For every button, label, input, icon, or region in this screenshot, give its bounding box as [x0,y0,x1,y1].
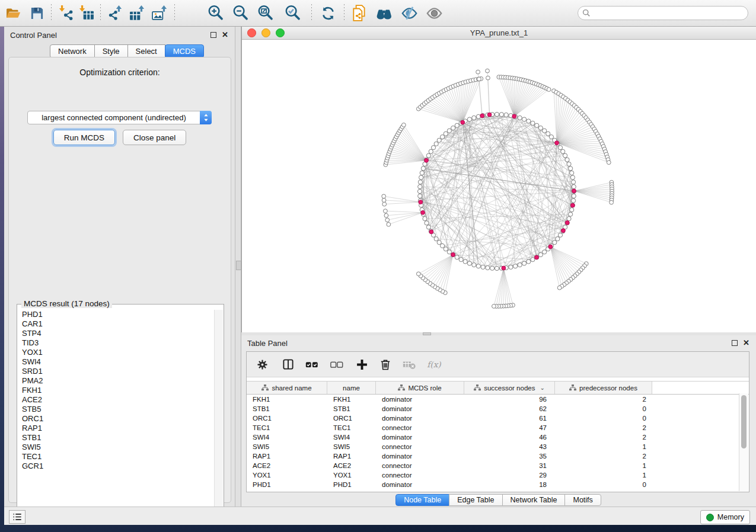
network-node[interactable] [558,233,562,237]
network-node[interactable] [504,113,508,117]
column-header-shared-name[interactable]: shared name [247,382,327,394]
show-all-button[interactable] [424,3,444,23]
network-node[interactable] [486,265,490,270]
delete-column-button[interactable] [378,357,393,372]
create-column-button[interactable] [354,357,369,372]
network-node[interactable] [444,132,448,136]
mcds-dominator-node[interactable] [512,114,516,118]
network-node[interactable] [570,175,575,180]
network-node[interactable] [426,225,430,229]
network-node[interactable] [459,258,463,262]
network-node[interactable] [467,117,471,121]
network-node[interactable] [440,243,444,248]
network-node[interactable] [527,259,531,264]
mcds-list-scrollbar[interactable] [214,310,223,522]
network-leaf-node[interactable] [382,194,386,198]
mcds-result-item[interactable]: STP4 [18,329,215,338]
graph-nodes[interactable] [382,69,614,308]
network-node[interactable] [417,189,422,193]
network-node[interactable] [543,250,547,254]
mcds-result-item[interactable]: GCR1 [18,462,215,471]
network-leaf-node[interactable] [382,198,386,203]
network-node[interactable] [571,180,575,184]
column-header-successor-nodes[interactable]: successor nodes⌄ [464,382,555,394]
mcds-result-item[interactable]: YOX1 [18,348,215,357]
network-window-titlebar[interactable]: YPA_prune.txt_1 [242,27,756,40]
mcds-result-item[interactable]: CAR1 [18,319,215,329]
network-leaf-node[interactable] [477,77,481,81]
column-header-predecessor-nodes[interactable]: predecessor nodes [555,382,652,394]
network-node[interactable] [476,264,480,268]
export-network-button[interactable] [105,3,125,23]
first-neighbors-button[interactable] [374,3,394,23]
tab-motifs[interactable]: Motifs [564,494,601,506]
run-mcds-button[interactable]: Run MCDS [53,130,115,145]
show-column-panel-button[interactable] [280,357,296,372]
close-table-panel-button[interactable]: ✕ [742,339,750,347]
tab-style[interactable]: Style [94,44,128,58]
network-node[interactable] [444,247,448,251]
splitter-handle[interactable] [236,261,241,270]
network-node[interactable] [546,132,550,136]
network-node[interactable] [437,241,441,245]
table-row[interactable]: FKH1FKH1dominator962 [247,395,749,404]
mcds-dominator-node[interactable] [429,230,433,234]
network-node[interactable] [513,264,518,268]
network-leaf-node[interactable] [416,272,420,276]
network-node[interactable] [467,261,471,265]
network-node[interactable] [463,259,467,264]
mcds-result-list[interactable]: PHD1CAR1STP4TID3YOX1SWI4SRD1PMA2FKH1ACE2… [18,310,215,522]
table-row[interactable]: TEC1TEC1connector472 [247,423,749,432]
mcds-dominator-node[interactable] [572,189,576,193]
mcds-dominator-node[interactable] [461,120,465,124]
network-node[interactable] [569,212,573,216]
network-leaf-node[interactable] [486,76,490,80]
select-all-rows-button[interactable] [304,357,320,372]
mcds-result-item[interactable]: SRD1 [18,367,215,376]
column-header-name[interactable]: name [327,382,376,394]
mcds-result-item[interactable]: FKH1 [18,386,215,395]
network-leaf-node[interactable] [547,88,551,92]
network-node[interactable] [563,153,567,158]
mcds-result-item[interactable]: TID3 [18,338,215,348]
mcds-result-item[interactable]: PHD1 [18,310,215,319]
mcds-dominator-node[interactable] [565,220,569,225]
network-node[interactable] [538,252,543,257]
tab-node-table[interactable]: Node Table [395,494,449,506]
mcds-dominator-node[interactable] [425,158,429,162]
mcds-dominator-node[interactable] [421,210,425,214]
mcds-dominator-node[interactable] [548,245,553,249]
network-leaf-node[interactable] [476,70,480,74]
float-panel-button[interactable] [209,31,217,39]
network-leaf-node[interactable] [385,218,390,222]
column-header-MCDS-role[interactable]: MCDS role [376,382,464,394]
mcds-dominator-node[interactable] [502,266,506,270]
network-leaf-node[interactable] [607,161,611,165]
zoom-out-button[interactable] [231,3,251,23]
network-node[interactable] [418,194,422,198]
close-panel-button[interactable]: ✕ [221,31,229,39]
export-table-button[interactable] [127,3,148,23]
network-node[interactable] [565,158,569,162]
network-node[interactable] [420,171,424,175]
network-node[interactable] [472,263,476,267]
criterion-dropdown[interactable]: largest connected component (undirected) [27,111,212,124]
mcds-dominator-node[interactable] [480,114,484,118]
table-row[interactable]: YOX1YOX1connector291 [247,470,749,480]
network-leaf-node[interactable] [387,222,391,226]
tab-network[interactable]: Network [50,44,95,58]
network-node[interactable] [572,194,576,198]
network-node[interactable] [423,216,427,220]
network-node[interactable] [455,255,459,259]
network-leaf-node[interactable] [382,202,387,206]
import-network-button[interactable] [56,3,76,23]
deselect-all-rows-button[interactable] [329,357,344,372]
table-settings-button[interactable] [254,357,270,372]
table-row[interactable]: ACE2ACE2connector311 [247,461,749,470]
mcds-result-item[interactable]: TEC1 [18,452,215,462]
network-leaf-node[interactable] [384,213,388,217]
save-session-button[interactable] [27,3,47,23]
mcds-result-item[interactable]: STB1 [18,433,215,443]
network-node[interactable] [570,208,574,212]
network-node[interactable] [567,162,571,166]
